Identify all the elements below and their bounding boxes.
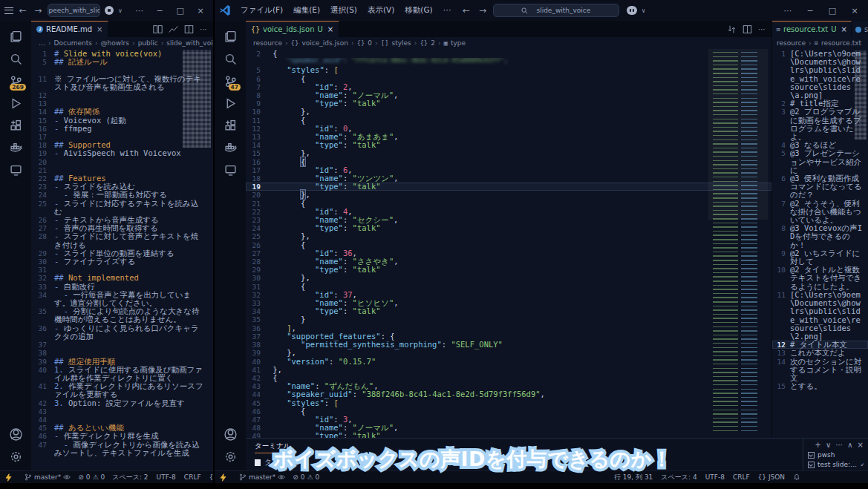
compare-icon[interactable] <box>727 24 737 34</box>
activity-docker-icon[interactable] <box>4 137 27 159</box>
menu-item[interactable]: ファイル(F) <box>235 4 288 17</box>
line-text: - 一行毎音声と字幕を出力しています。適宜分割してください。 <box>54 291 206 307</box>
status-item[interactable]: UTF-8 <box>705 473 725 481</box>
breadcrumb-item[interactable]: … <box>39 39 45 47</box>
new-terminal-icon[interactable]: + <box>815 441 821 449</box>
split-editor-icon[interactable] <box>184 24 194 34</box>
status-item[interactable]: CRLF <box>733 473 750 481</box>
activity-remote-explorer-icon[interactable] <box>219 159 241 181</box>
status-item[interactable]: スペース: 4 <box>661 473 696 482</box>
editor-readme[interactable]: 1# Slide with voice(vox)5## 記述ルール11※ ファイ… <box>31 49 213 470</box>
breadcrumb-item[interactable]: type <box>451 39 466 47</box>
git-branch-status[interactable]: master* <box>239 473 285 481</box>
menu-item[interactable]: 移動(G) <box>399 4 437 17</box>
breadcrumb-item[interactable]: 0 <box>368 39 372 47</box>
editor-resource-txt[interactable]: 1[C:\Users\o9oem\Documents\@howlrs\publi… <box>772 49 868 438</box>
breadcrumb-item[interactable]: public <box>138 39 158 47</box>
breadcrumb-item[interactable]: voice_ids.json <box>301 39 347 47</box>
open-changes-icon[interactable] <box>153 24 163 34</box>
tab-resource-txt[interactable]: ≡ resource.txt U × <box>772 21 852 37</box>
menu-icon[interactable] <box>4 7 13 14</box>
activity-remote-explorer-icon[interactable] <box>4 159 27 181</box>
code-line: 29"type": "talk" <box>246 266 771 274</box>
chevron-down-icon[interactable]: ∨ <box>826 441 831 449</box>
close-button[interactable]: × <box>192 6 209 16</box>
line-text: ## 記述ルール <box>54 58 206 66</box>
terminal-list-item[interactable]: pwsh <box>808 451 864 459</box>
activity-run-debug-icon[interactable] <box>4 92 27 114</box>
more-actions-icon[interactable]: ⋯ <box>835 441 843 449</box>
breadcrumb-item[interactable]: resource <box>777 39 806 47</box>
tab-readme[interactable]: i README.md × <box>31 21 108 37</box>
activity-run-debug-icon[interactable] <box>219 92 241 114</box>
back-button[interactable]: ← <box>18 5 28 16</box>
activity-extensions-icon[interactable] <box>219 114 241 137</box>
forward-button[interactable]: → <box>33 5 43 16</box>
breadcrumb-item[interactable]: @howlrs <box>101 39 129 47</box>
activity-files-icon[interactable] <box>219 25 241 47</box>
problems-status[interactable]: ⊘ 0 ⚠ 0 <box>78 473 105 481</box>
more-actions-icon[interactable]: ⋯ <box>758 25 766 33</box>
activity-files-icon[interactable] <box>4 25 27 47</box>
breadcrumb-item[interactable]: slide_with_voice <box>166 39 213 47</box>
maximize-button[interactable]: □ <box>172 6 189 16</box>
menu-item[interactable]: 表示(V) <box>362 4 399 17</box>
activity-source-control-icon[interactable]: 269 <box>4 70 27 92</box>
activity-search-icon[interactable] <box>4 47 27 70</box>
settings-gear-icon[interactable] <box>219 445 241 467</box>
command-center-search[interactable]: speech_with_slide <box>48 4 99 17</box>
more-actions-icon[interactable]: ⋯ <box>779 6 797 16</box>
status-item[interactable]: {} Markdown <box>209 473 213 481</box>
split-editor-icon[interactable] <box>743 24 752 34</box>
close-panel-icon[interactable]: × <box>858 441 864 449</box>
remote-indicator-icon[interactable] <box>215 473 232 482</box>
bell-icon[interactable] <box>793 473 800 481</box>
menu-item[interactable]: 編集(E) <box>288 4 325 17</box>
minimize-button[interactable]: ─ <box>801 6 819 16</box>
account-icon[interactable] <box>4 423 27 445</box>
terminal-list-item[interactable]: test slide:…✓ <box>808 461 864 468</box>
outline-icon[interactable] <box>169 24 178 34</box>
back-button[interactable]: ← <box>460 5 472 16</box>
copilot-icon[interactable] <box>627 6 637 15</box>
menu-item[interactable]: 選択(S) <box>325 4 362 17</box>
status-item[interactable]: {} JSON <box>758 473 786 481</box>
status-item[interactable]: スペース: 2 <box>112 473 148 482</box>
chevron-down-icon[interactable]: ∨ <box>642 7 646 14</box>
tab-close-icon[interactable]: × <box>97 25 102 33</box>
activity-search-icon[interactable] <box>219 47 241 70</box>
chevron-down-icon[interactable]: ∨ <box>118 7 123 14</box>
activity-docker-icon[interactable] <box>219 137 241 159</box>
tab-close-icon[interactable]: × <box>841 25 847 33</box>
tab-settings[interactable]: se <box>852 21 868 37</box>
chevron-up-icon[interactable]: ∧ <box>847 441 852 449</box>
more-actions-icon[interactable]: ⋯ <box>200 25 207 33</box>
activity-source-control-icon[interactable]: 47 <box>219 70 241 92</box>
command-center-search[interactable]: slide_with_voice <box>493 4 619 17</box>
git-branch-status[interactable]: master* <box>25 473 71 481</box>
editor-voice-ids-json[interactable]: 2{"speaker_uuid": "7ffcb7ce-00ec-4bdc-82… <box>246 49 771 438</box>
close-button[interactable]: × <box>846 6 864 16</box>
breadcrumb-item[interactable]: styles <box>392 39 411 47</box>
activity-extensions-icon[interactable] <box>4 114 27 137</box>
breadcrumb-item[interactable]: 2 <box>431 39 435 47</box>
more-actions-icon[interactable]: ⋯ <box>131 6 148 16</box>
breadcrumb-item[interactable]: resource.txt <box>821 39 861 47</box>
status-item[interactable]: 行 19, 列 31 <box>614 473 653 482</box>
breadcrumb-item[interactable]: resource <box>253 39 282 47</box>
tab-close-icon[interactable]: × <box>327 25 333 33</box>
maximize-button[interactable]: □ <box>823 6 841 16</box>
breadcrumb-item[interactable]: Documents <box>54 39 92 47</box>
line-number: 25 <box>246 232 268 240</box>
minimize-button[interactable]: ─ <box>151 6 168 16</box>
copilot-icon[interactable] <box>105 6 114 15</box>
remote-indicator-icon[interactable] <box>0 473 17 482</box>
menu-item[interactable]: ⋯ <box>438 4 457 17</box>
status-item[interactable]: CRLF <box>184 473 201 481</box>
tab-voice-ids-json[interactable]: {} voice_ids.json U × <box>246 21 339 37</box>
status-item[interactable]: UTF-8 <box>157 473 176 481</box>
forward-button[interactable]: → <box>477 5 489 16</box>
settings-gear-icon[interactable] <box>4 445 27 467</box>
problems-status[interactable]: ⊘ 0 ⚠ 0 <box>293 473 319 481</box>
account-icon[interactable] <box>219 423 241 445</box>
